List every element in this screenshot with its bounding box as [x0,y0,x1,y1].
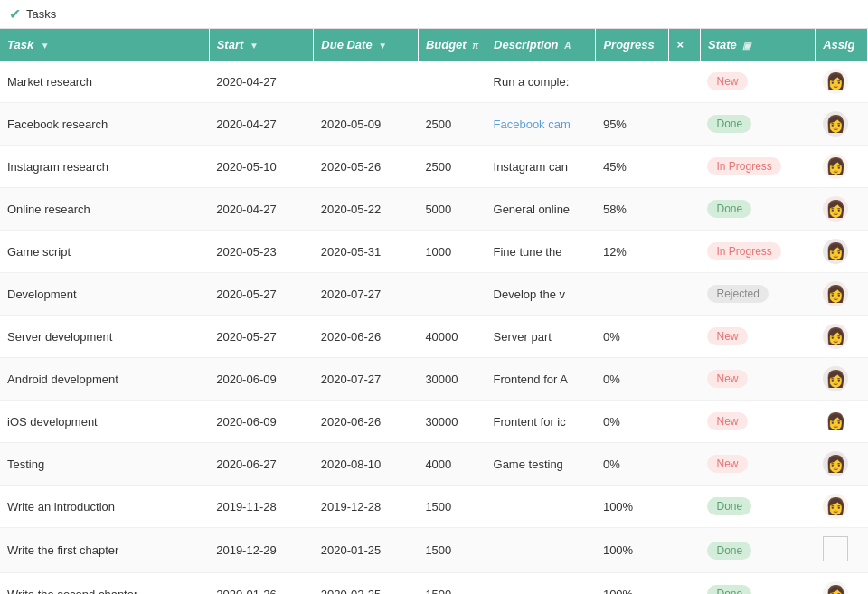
task-name: Development [0,273,209,316]
x-cell [669,443,701,486]
task-name: Android development [0,358,209,401]
description-text: Run a comple: [494,75,570,89]
state-badge[interactable]: New [707,72,747,90]
description-link[interactable]: Facebook cam [494,118,571,131]
budget: 2500 [418,103,486,146]
budget: 1000 [418,231,486,273]
start-date: 2020-04-27 [209,188,314,231]
task-name: Server development [0,316,209,358]
due-date [314,61,419,103]
state-badge[interactable]: Done [707,115,751,133]
avatar: 👩 [823,154,848,179]
state-badge[interactable]: New [707,370,747,388]
assignee-cell: 👩 [816,103,868,146]
assignee-cell: 👩 [816,188,868,231]
table-row: Facebook research 2020-04-27 2020-05-09 … [0,103,868,146]
start-date: 2019-11-28 [209,486,314,528]
description: Game testing [486,443,596,486]
x-cell [669,103,701,146]
start-date: 2020-05-10 [209,146,314,188]
avatar: 👩 [823,581,848,594]
table-row: Online research 2020-04-27 2020-05-22 50… [0,188,868,231]
state-badge[interactable]: In Progress [707,157,780,175]
budget: 1500 [418,528,486,573]
table-row: Development 2020-05-27 2020-07-27 Develo… [0,273,868,316]
assignee-cell: 👩 [816,443,868,486]
avatar: 👩 [823,409,848,434]
assignee-cell: 👩 [816,273,868,316]
start-date: 2020-06-27 [209,443,314,486]
description: Facebook cam [486,103,596,146]
avatar: 👩 [823,111,848,137]
col-header-state[interactable]: State ▣ [700,29,815,61]
budget: 40000 [418,316,486,358]
assignee-cell: 👩 [816,316,868,358]
start-date: 2020-06-09 [209,358,314,401]
due-date: 2020-01-25 [314,528,419,573]
col-header-progress[interactable]: Progress [596,29,669,61]
col-header-duedate[interactable]: Due Date ▼ [314,29,419,61]
state-cell: In Progress [700,231,815,273]
x-cell [669,316,701,358]
state-badge[interactable]: Done [707,585,751,594]
description-text: Develop the v [494,288,566,301]
budget: 30000 [418,401,486,443]
progress: 0% [596,316,669,358]
col-header-description[interactable]: Description A [486,29,596,61]
description: General online [486,188,596,231]
start-date: 2020-05-27 [209,316,314,358]
x-cell [669,188,701,231]
due-date: 2020-08-10 [314,443,419,486]
due-date: 2019-12-28 [314,486,419,528]
state-cell: New [700,443,815,486]
progress: 0% [596,443,669,486]
description-text: Frontent for ic [494,415,566,429]
progress: 0% [596,358,669,401]
due-date: 2020-06-26 [314,316,419,358]
title-bar: ✔ Tasks [0,0,868,29]
assignee-cell: 👩 [816,146,868,188]
assignee-cell: 👩 [816,573,868,595]
budget: 5000 [418,188,486,231]
assignee-cell: 👩 [816,358,868,401]
state-badge[interactable]: New [707,412,747,430]
description: Develop the v [486,273,596,316]
description: Instagram can [486,146,596,188]
state-badge[interactable]: Done [707,497,751,515]
col-header-budget[interactable]: Budget π [418,29,486,61]
start-date: 2020-06-09 [209,401,314,443]
task-name: Facebook research [0,103,209,146]
state-cell: New [700,316,815,358]
description-text: Server part [494,330,552,344]
state-badge[interactable]: Done [707,542,751,560]
state-cell: New [700,401,815,443]
table-row: Instagram research 2020-05-10 2020-05-26… [0,146,868,188]
table-row: iOS development 2020-06-09 2020-06-26 30… [0,401,868,443]
app-icon: ✔ [9,5,21,23]
avatar: 👩 [823,239,848,264]
col-header-x[interactable]: × [669,29,701,61]
table-row: Android development 2020-06-09 2020-07-2… [0,358,868,401]
table-row: Write the second chapter 2020-01-26 2020… [0,573,868,595]
col-header-assign[interactable]: Assig [816,29,868,61]
description: Run a comple: [486,61,596,103]
budget: 30000 [418,358,486,401]
col-header-task[interactable]: Task ▼ [0,29,209,61]
state-cell: New [700,358,815,401]
progress: 100% [596,528,669,573]
assignee-cell: 👩 [816,401,868,443]
state-badge[interactable]: New [707,327,747,345]
state-badge[interactable]: New [707,455,747,473]
table-row: Game script 2020-05-23 2020-05-31 1000 F… [0,231,868,273]
state-badge[interactable]: In Progress [707,242,780,260]
state-cell: Rejected [700,273,815,316]
task-name: Write the first chapter [0,528,209,573]
description [486,528,596,573]
description-text: Game testing [494,457,563,471]
description [486,486,596,528]
state-badge[interactable]: Rejected [707,285,768,303]
assignee-cell: 👩 [816,486,868,528]
description-text: Instagram can [494,160,568,174]
state-badge[interactable]: Done [707,200,751,218]
col-header-start[interactable]: Start ▼ [209,29,314,61]
